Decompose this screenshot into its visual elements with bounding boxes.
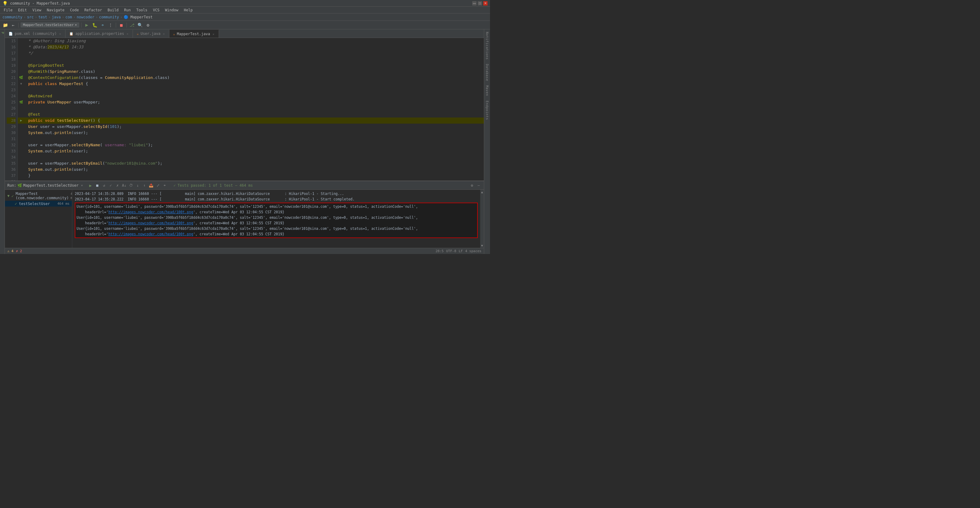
scroll-up-icon[interactable]: ▲: [481, 190, 483, 194]
scroll-down-icon[interactable]: ▼: [481, 244, 483, 247]
maximize-button[interactable]: □: [478, 1, 482, 5]
tab-app[interactable]: 📋 application.properties ✕: [65, 30, 133, 38]
menu-file[interactable]: File: [1, 7, 15, 13]
sidebar-database[interactable]: Database: [485, 63, 489, 82]
spring-icon-25[interactable]: 🌿: [18, 99, 24, 105]
titlebar-left: 💡 community - MapperTest.java: [2, 1, 70, 6]
mapper-icon: ☕: [173, 32, 175, 36]
line-numbers: 15 16 17 18 19 20 21 22 23 24 25 26 27 2…: [5, 38, 18, 181]
code-content[interactable]: * @Author: Ding Jiaxiong * @Data:2023/4/…: [24, 38, 484, 181]
url-link-1[interactable]: http://images.nowcoder.com/head/100t.png: [108, 210, 193, 214]
run-button[interactable]: ▶: [83, 22, 90, 29]
menu-edit[interactable]: Edit: [16, 7, 29, 13]
class-fold-icon[interactable]: ▼: [20, 81, 22, 87]
run-label: Run:: [7, 183, 16, 187]
run-expand-button[interactable]: ⤢: [155, 183, 161, 188]
run-filter-pass-button[interactable]: ✓: [108, 183, 114, 188]
run-panel-tab[interactable]: MapperTest.testSelectUser: [23, 183, 79, 187]
more-run-button[interactable]: ⋮: [107, 22, 114, 29]
test-suite-pass-icon: ✓: [11, 194, 14, 198]
path-src[interactable]: src: [27, 15, 34, 19]
menu-navigate[interactable]: Navigate: [45, 7, 67, 13]
left-sidebar: P: [0, 29, 5, 254]
sidebar-notifications[interactable]: Notifications: [485, 30, 489, 61]
code-line-27: @Test: [28, 111, 480, 117]
menu-tools[interactable]: Tools: [134, 7, 150, 13]
coverage-button[interactable]: ☂: [99, 22, 106, 29]
panel-minimize-button[interactable]: —: [476, 183, 481, 188]
menu-build[interactable]: Build: [105, 7, 121, 13]
code-line-34: [28, 154, 480, 160]
back-icon[interactable]: ←: [10, 22, 16, 29]
test-selectuser-item[interactable]: ✓ testSelectUser 464 ms: [5, 201, 72, 206]
menu-refactor[interactable]: Refactor: [82, 7, 105, 13]
run-coverage-button[interactable]: ☂: [162, 183, 167, 188]
git-button[interactable]: ⎇: [129, 22, 135, 29]
menu-vcs[interactable]: VCS: [150, 7, 162, 13]
tab-app-close[interactable]: ✕: [126, 32, 129, 35]
test-suite-item[interactable]: ▼ ✓ MapperTest (com.nowcoder.community) …: [5, 191, 72, 201]
tab-user-label: User.java: [140, 32, 161, 36]
url-link-2[interactable]: http://images.nowcoder.com/head/100t.png: [108, 221, 193, 225]
code-line-17: */: [28, 50, 480, 56]
tab-pom[interactable]: 📄 pom.xml (community) ✕: [5, 30, 65, 38]
code-line-26: [28, 105, 480, 111]
line-col: 28:5: [436, 249, 444, 253]
app-icon: 💡: [2, 1, 8, 6]
tab-pom-close[interactable]: ✕: [59, 32, 62, 35]
menu-window[interactable]: Window: [162, 7, 181, 13]
line-sep[interactable]: LF: [459, 249, 463, 253]
path-community[interactable]: community: [2, 15, 22, 19]
run-scroll-up[interactable]: ↑: [142, 183, 147, 188]
tab-user-close[interactable]: ✕: [162, 32, 165, 35]
close-button[interactable]: ✕: [483, 1, 488, 5]
spring-icon-21[interactable]: 🌿: [18, 75, 24, 81]
error-count[interactable]: ✗ 2: [16, 249, 22, 253]
run-stop-button[interactable]: ■: [95, 183, 100, 188]
console-scrollbar[interactable]: ▲ ▼: [480, 190, 484, 248]
path-com[interactable]: com: [65, 15, 72, 19]
panel-settings-button[interactable]: ⚙: [469, 183, 475, 188]
settings-button[interactable]: ⚙: [145, 22, 151, 29]
run-sort-alpha[interactable]: A↓: [122, 183, 127, 188]
run-panel-controls: ▶ ■ ↺ ✓ ✗ A↓ ⏱ ↓ ↑ 📤 ⤢ ☂: [88, 183, 167, 188]
path-java[interactable]: java: [52, 15, 60, 19]
menu-code[interactable]: Code: [68, 7, 81, 13]
run-tab-close[interactable]: ✕: [81, 184, 83, 187]
search-button[interactable]: 🔍: [137, 22, 143, 29]
warning-count[interactable]: ⚠ 4: [7, 249, 13, 253]
run-again-button[interactable]: ▶: [88, 183, 94, 188]
run-filter-fail-button[interactable]: ✗: [115, 183, 120, 188]
path-community2[interactable]: community: [99, 15, 119, 19]
path-nowcoder[interactable]: nowcoder: [76, 15, 94, 19]
tab-mapper[interactable]: ☕ MapperTest.java ✕: [169, 30, 219, 38]
tab-mapper-close[interactable]: ✕: [212, 32, 215, 36]
tab-user[interactable]: ☕ User.java ✕: [133, 30, 169, 38]
stop-button[interactable]: ■: [118, 22, 125, 29]
encoding[interactable]: UTF-8: [446, 249, 456, 253]
run-rerun-button[interactable]: ↺: [101, 183, 107, 188]
test-run-icon-28[interactable]: ▶: [18, 117, 24, 124]
code-line-33: System.out.println(user);: [28, 148, 480, 154]
sidebar-endpoints[interactable]: Endpoints: [485, 100, 489, 121]
sidebar-project-icon[interactable]: P: [0, 30, 5, 35]
sidebar-maven[interactable]: Maven: [485, 84, 489, 97]
menu-run[interactable]: Run: [122, 7, 133, 13]
run-sort-time[interactable]: ⏱: [128, 183, 134, 188]
debug-button[interactable]: 🐛: [91, 22, 98, 29]
indent[interactable]: 4 spaces: [465, 249, 481, 253]
path-test[interactable]: test: [38, 15, 47, 19]
run-export-button[interactable]: 📤: [148, 183, 154, 188]
code-line-21: @ContextConfiguration(classes = Communit…: [28, 75, 480, 81]
console-output[interactable]: 2023-04-17 14:35:28.089 INFO 16660 --- […: [72, 190, 480, 248]
pom-icon: 📄: [9, 32, 13, 36]
minimize-button[interactable]: —: [472, 1, 477, 5]
titlebar-controls: — □ ✕: [472, 1, 488, 5]
code-line-36: System.out.println(user);: [28, 167, 480, 173]
run-config-selector[interactable]: MapperTest.testSelectUser ▾: [21, 22, 79, 27]
menu-help[interactable]: Help: [181, 7, 195, 13]
run-scroll-end[interactable]: ↓: [135, 183, 140, 188]
project-icon[interactable]: 📁: [2, 22, 9, 29]
menu-view[interactable]: View: [30, 7, 44, 13]
url-link-3[interactable]: http://images.nowcoder.com/head/100t.png: [108, 232, 193, 236]
